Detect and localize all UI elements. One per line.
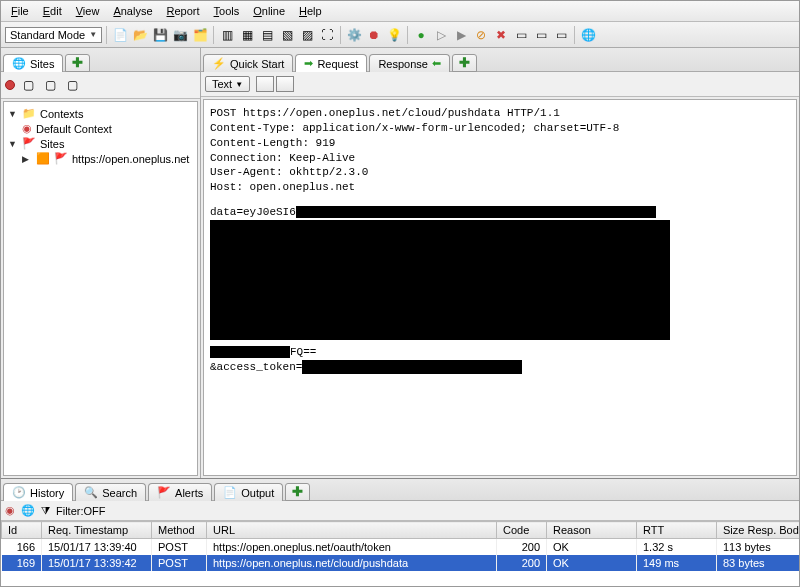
tool-browser-icon[interactable]: 🌐	[579, 26, 597, 44]
chevron-down-icon: ▼	[235, 80, 243, 89]
layout-single-icon[interactable]	[276, 76, 294, 92]
menu-edit[interactable]: Edit	[37, 3, 68, 19]
left-tabstrip: 🌐 Sites ✚	[1, 48, 200, 72]
cell-rtt: 149 ms	[637, 555, 717, 571]
sites-tree[interactable]: ▼ 📁 Contexts ◉ Default Context ▼ 🚩 Sites…	[3, 101, 198, 476]
tool-stop-icon[interactable]: ⊘	[472, 26, 490, 44]
twisty-right-icon: ▶	[22, 154, 32, 164]
layout-split-icon[interactable]	[256, 76, 274, 92]
menu-file[interactable]: File	[5, 3, 35, 19]
tree-default-context[interactable]: ◉ Default Context	[8, 121, 193, 136]
tab-history[interactable]: 🕑 History	[3, 483, 73, 501]
tool-layout1-icon[interactable]: ▥	[218, 26, 236, 44]
tool-play-icon[interactable]: ●	[412, 26, 430, 44]
globe-icon[interactable]: 🌐	[21, 504, 35, 517]
twisty-down-icon: ▼	[8, 139, 18, 149]
filter-status[interactable]: Filter:OFF	[56, 505, 106, 517]
tree-sites[interactable]: ▼ 🚩 Sites	[8, 136, 193, 151]
col-reason[interactable]: Reason	[547, 522, 637, 539]
tool-layout2-icon[interactable]: ▦	[238, 26, 256, 44]
tab-alerts[interactable]: 🚩 Alerts	[148, 483, 212, 501]
left-sub-toolbar: ▢ ▢ ▢	[1, 72, 200, 99]
cell-code: 200	[497, 555, 547, 571]
menu-report[interactable]: Report	[161, 3, 206, 19]
tool-new-icon[interactable]: 📄	[111, 26, 129, 44]
col-timestamp[interactable]: Req. Timestamp	[42, 522, 152, 539]
col-url[interactable]: URL	[207, 522, 497, 539]
view-layout-toggle	[256, 76, 294, 92]
tool-layout3-icon[interactable]: ▤	[258, 26, 276, 44]
tool-session-icon[interactable]: 🗂️	[191, 26, 209, 44]
cell-url: https://open.oneplus.net/oauth/token	[207, 539, 497, 556]
cell-id: 169	[2, 555, 42, 571]
separator	[340, 26, 341, 44]
menu-help[interactable]: Help	[293, 3, 328, 19]
tool-group3-icon[interactable]: ▭	[552, 26, 570, 44]
body-line-mid: FQ==	[210, 345, 790, 360]
request-line: POST https://open.oneplus.net/cloud/push…	[210, 106, 790, 121]
cell-ts: 15/01/17 13:39:40	[42, 539, 152, 556]
search-icon: 🔍	[84, 486, 98, 499]
record-icon[interactable]	[5, 80, 15, 90]
tool-step2-icon[interactable]: ▶	[452, 26, 470, 44]
table-row[interactable]: 169 15/01/17 13:39:42 POST https://open.…	[2, 555, 800, 571]
tool-settings-icon[interactable]: ⚙️	[345, 26, 363, 44]
tool-group2-icon[interactable]: ▭	[532, 26, 550, 44]
tree-site-oneplus[interactable]: ▶ 🟧 🚩 https://open.oneplus.net	[8, 151, 193, 166]
tab-add[interactable]: ✚	[452, 54, 477, 72]
tool-save-icon[interactable]: 💾	[151, 26, 169, 44]
flag-icon: 🚩	[157, 486, 171, 499]
view-mode-select[interactable]: Text ▼	[205, 76, 250, 92]
window3-icon[interactable]: ▢	[63, 76, 81, 94]
col-rtt[interactable]: RTT	[637, 522, 717, 539]
tab-request-label: Request	[317, 58, 358, 70]
tool-break-icon[interactable]: ⏺	[365, 26, 383, 44]
site-icon: 🟧	[36, 152, 50, 165]
window2-icon[interactable]: ▢	[41, 76, 59, 94]
tab-quickstart-label: Quick Start	[230, 58, 284, 70]
tool-layout4-icon[interactable]: ▧	[278, 26, 296, 44]
tool-snapshot-icon[interactable]: 📷	[171, 26, 189, 44]
col-id[interactable]: Id	[2, 522, 42, 539]
menu-online[interactable]: Online	[247, 3, 291, 19]
tree-contexts[interactable]: ▼ 📁 Contexts	[8, 106, 193, 121]
separator	[106, 26, 107, 44]
tool-open-icon[interactable]: 📂	[131, 26, 149, 44]
sites-label: Sites	[40, 138, 64, 150]
tab-sites[interactable]: 🌐 Sites	[3, 54, 63, 72]
request-content[interactable]: POST https://open.oneplus.net/cloud/push…	[203, 99, 797, 476]
target-icon[interactable]: ◉	[5, 504, 15, 517]
col-size[interactable]: Size Resp. Body	[717, 522, 800, 539]
funnel-icon[interactable]: ⧩	[41, 504, 50, 517]
tab-search[interactable]: 🔍 Search	[75, 483, 146, 501]
cell-method: POST	[152, 555, 207, 571]
header-user-agent: User-Agent: okhttp/2.3.0	[210, 165, 790, 180]
tab-response[interactable]: Response ⬅	[369, 54, 450, 72]
menu-analyse[interactable]: Analyse	[107, 3, 158, 19]
tab-request[interactable]: ➡ Request	[295, 54, 367, 72]
menu-bar: File Edit View Analyse Report Tools Onli…	[1, 1, 799, 22]
globe-icon: 🌐	[12, 57, 26, 70]
tool-lightbulb-icon[interactable]: 💡	[385, 26, 403, 44]
menu-view[interactable]: View	[70, 3, 106, 19]
tool-layout5-icon[interactable]: ▨	[298, 26, 316, 44]
col-code[interactable]: Code	[497, 522, 547, 539]
mode-select[interactable]: Standard Mode ▼	[5, 27, 102, 43]
table-header-row: Id Req. Timestamp Method URL Code Reason…	[2, 522, 800, 539]
history-table[interactable]: Id Req. Timestamp Method URL Code Reason…	[1, 521, 799, 586]
tool-step-icon[interactable]: ▷	[432, 26, 450, 44]
window1-icon[interactable]: ▢	[19, 76, 37, 94]
tab-quickstart[interactable]: ⚡ Quick Start	[203, 54, 293, 72]
cell-method: POST	[152, 539, 207, 556]
col-method[interactable]: Method	[152, 522, 207, 539]
tab-output[interactable]: 📄 Output	[214, 483, 283, 501]
table-row[interactable]: 166 15/01/17 13:39:40 POST https://open.…	[2, 539, 800, 556]
tab-add[interactable]: ✚	[65, 54, 90, 72]
tool-fullscreen-icon[interactable]: ⛶	[318, 26, 336, 44]
menu-tools[interactable]: Tools	[208, 3, 246, 19]
tool-group1-icon[interactable]: ▭	[512, 26, 530, 44]
left-pane: 🌐 Sites ✚ ▢ ▢ ▢ ▼ 📁 Contexts ◉ Default C…	[1, 48, 201, 478]
tool-clear-icon[interactable]: ✖	[492, 26, 510, 44]
cell-rtt: 1.32 s	[637, 539, 717, 556]
tab-add[interactable]: ✚	[285, 483, 310, 501]
